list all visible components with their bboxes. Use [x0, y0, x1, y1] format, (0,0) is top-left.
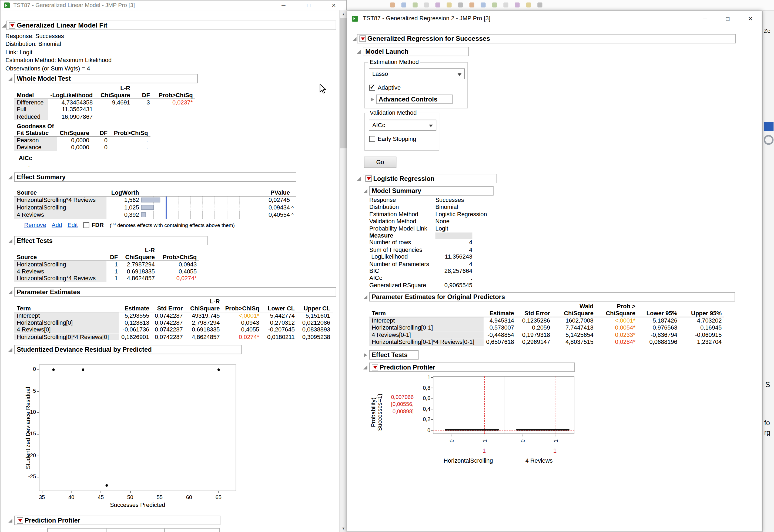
profiler-cell[interactable] [433, 376, 503, 434]
summary-value: 4 [435, 246, 472, 253]
outline-header-model-launch[interactable]: Model Launch [363, 47, 469, 56]
scroll-up-button[interactable]: ▲ [340, 10, 347, 18]
disclosure-closed-icon[interactable] [364, 353, 367, 357]
disclosure-open-icon[interactable] [8, 77, 12, 81]
early-stopping-checkbox-row[interactable]: Early Stopping [369, 135, 439, 143]
cell: -0,270312 [262, 319, 297, 326]
cell: 0,0742287 [152, 319, 185, 326]
scroll-down-button[interactable]: ▼ [340, 525, 347, 532]
outline-header-parameter-estimates-original[interactable]: Parameter Estimates for Original Predict… [369, 292, 735, 301]
title-bar[interactable]: TST87 - Generalized Linear Model - JMP P… [1, 1, 346, 11]
table-row: Reduced16,0907867 [14, 113, 195, 120]
background-app-icon [481, 2, 485, 7]
edit-link[interactable]: Edit [67, 221, 78, 228]
table-row: Intercept-5,2935550,074228749319,745<,00… [14, 312, 333, 319]
red-triangle-menu-icon[interactable] [9, 22, 15, 29]
cell: 11,3562431 [48, 106, 95, 113]
outline-header-logistic-regression[interactable]: Logistic Regression [363, 174, 497, 183]
disclosure-open-icon[interactable] [363, 189, 367, 193]
disclosure-open-icon[interactable] [357, 177, 361, 181]
cell: 2,7987294 [185, 319, 222, 326]
outline-header-whole-model-test[interactable]: Whole Model Test [14, 74, 198, 83]
table-row: 4 Reviews[0-1]-0,4488540,19793185,142565… [369, 331, 724, 338]
y-tick-label: -10 [18, 409, 36, 415]
minimize-button[interactable]: ─ [277, 1, 291, 11]
effect-summary-controls: Remove Add Edit FDR ('^' denotes effects… [24, 221, 339, 228]
close-button[interactable]: ✕ [739, 11, 762, 26]
outline-header-effect-summary[interactable]: Effect Summary [14, 172, 296, 182]
disclosure-closed-icon[interactable] [371, 97, 374, 101]
add-link[interactable]: Add [52, 221, 62, 228]
disclosure-open-icon[interactable] [363, 295, 367, 299]
summary-value: Binomial [435, 204, 497, 211]
disclosure-open-icon[interactable] [8, 175, 12, 179]
outline-header-glm-fit[interactable]: Generalized Linear Model Fit [6, 21, 336, 30]
containing-effect-caret: ^ [290, 204, 296, 211]
disclosure-open-icon[interactable] [2, 24, 6, 28]
validation-method-dropdown[interactable]: AICc [369, 120, 436, 130]
go-button[interactable]: Go [364, 157, 396, 168]
cell: -0,836794 [638, 331, 680, 338]
disclosure-open-icon[interactable] [8, 239, 12, 243]
summary-label: Sum of Frequencies [369, 246, 435, 253]
fdr-label: FDR [92, 221, 104, 228]
scrollbar-thumb[interactable] [340, 18, 347, 148]
disclosure-open-icon[interactable] [353, 37, 357, 41]
disclosure-open-icon[interactable] [363, 365, 367, 369]
advanced-controls-header[interactable]: Advanced Controls [376, 94, 452, 104]
y-tick-label: -25 [18, 473, 36, 479]
disclosure-open-icon[interactable] [357, 50, 361, 54]
column-header [297, 298, 333, 305]
gridline [178, 204, 178, 211]
outline-header-prediction-profiler[interactable]: Prediction Profiler [14, 516, 221, 525]
red-triangle-menu-icon[interactable] [365, 175, 372, 182]
estimation-method-dropdown[interactable]: Lasso [369, 69, 465, 79]
disclosure-open-icon[interactable] [8, 348, 12, 352]
checkbox-checked-icon[interactable] [369, 85, 375, 91]
minimize-button[interactable]: ─ [694, 11, 717, 26]
effect-summary-header: Source L​ogWorth PValue [14, 188, 296, 196]
remove-link[interactable]: Remove [24, 221, 46, 228]
factor-current-value[interactable]: 1 [474, 447, 494, 454]
checkbox-unchecked-icon[interactable] [369, 136, 375, 142]
factor-current-value[interactable]: 1 [545, 447, 565, 454]
y-tick-mark [37, 477, 39, 477]
red-triangle-menu-icon[interactable] [359, 35, 366, 42]
window-generalized-linear-model: TST87 - Generalized Linear Model - JMP P… [0, 0, 347, 532]
cell: -0,976563 [638, 324, 680, 331]
maximize-button[interactable]: □ [717, 11, 739, 26]
cell: 0,6918335 [185, 326, 222, 333]
outline-header-effect-tests-collapsed[interactable]: Effect Tests [369, 350, 419, 360]
summary-row: Number of Parameters4 [369, 260, 498, 267]
column-header [92, 123, 110, 130]
adaptive-checkbox-row[interactable]: Adaptive [369, 84, 467, 91]
disclosure-open-icon[interactable] [8, 290, 12, 294]
outline-header-parameter-estimates[interactable]: Parameter Estimates [14, 287, 336, 296]
y-tick-mark [37, 391, 39, 391]
cell: 0,0233* [596, 331, 638, 338]
vertical-scrollbar[interactable]: ▲ ▼ [339, 10, 347, 532]
outline-header-residual-plot[interactable]: Studentized Deviance Residual by Predict… [14, 345, 242, 354]
disclosure-open-icon[interactable] [8, 519, 12, 523]
close-button[interactable]: ✕ [327, 1, 341, 11]
y-tick-mark [431, 409, 433, 409]
outline-header-effect-tests[interactable]: Effect Tests [14, 236, 208, 245]
title-bar[interactable]: TST87 - Generalized Regression 2 - JMP P… [347, 11, 762, 26]
outline-header-prediction-profiler[interactable]: Prediction Profiler [369, 362, 575, 372]
red-triangle-menu-icon[interactable] [372, 364, 378, 370]
profiler-cell[interactable] [503, 376, 574, 434]
fdr-checkbox[interactable] [83, 222, 89, 228]
cell: -0,448854 [483, 331, 516, 338]
column-header [638, 303, 680, 310]
jmp-icon [4, 2, 10, 8]
section-title: Effect Tests [372, 351, 408, 358]
maximize-button[interactable]: □ [302, 1, 316, 11]
outline-header-genreg[interactable]: Generalized Regression for Successes [357, 34, 736, 43]
cell [133, 106, 152, 113]
red-triangle-menu-icon[interactable] [17, 517, 23, 524]
outline-header-model-summary[interactable]: Model Summary [369, 186, 493, 196]
plot-frame[interactable] [39, 365, 236, 491]
column-header [483, 303, 516, 310]
factor-setting-line[interactable] [484, 376, 485, 434]
factor-setting-line[interactable] [555, 376, 556, 434]
